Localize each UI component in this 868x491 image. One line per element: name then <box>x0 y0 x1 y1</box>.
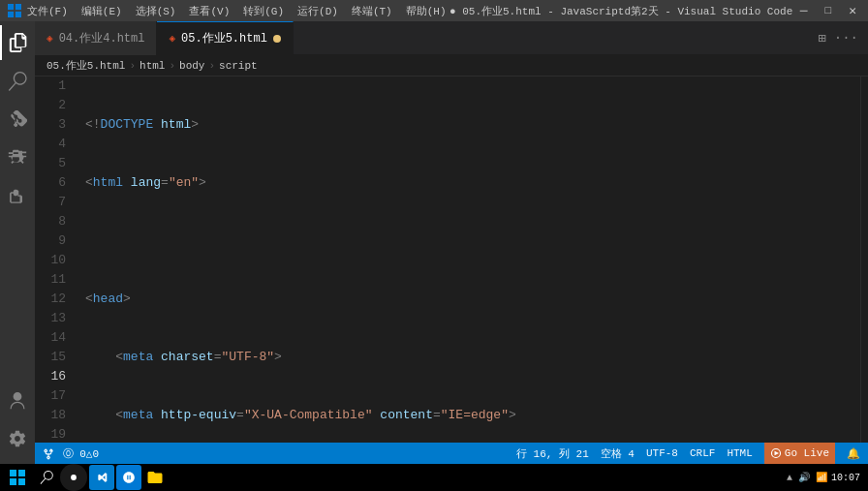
svg-rect-3 <box>16 12 21 17</box>
menu-terminal[interactable]: 终端(T) <box>352 4 392 18</box>
maximize-button[interactable]: □ <box>822 5 836 16</box>
line-2: <html lang="en"> <box>81 173 860 193</box>
status-bar: ⓪ 0△0 行 16, 列 21 空格 4 UTF-8 CRLF HTML Go… <box>35 443 868 464</box>
menu-run[interactable]: 运行(D) <box>297 4 338 18</box>
line-1: <!DOCTYPE html> <box>81 115 860 135</box>
svg-rect-6 <box>10 470 16 476</box>
line-5: <meta charset="UTF-8"> <box>81 348 860 367</box>
extensions-icon <box>8 188 27 207</box>
split-editor-button[interactable]: ⊞ <box>816 28 827 48</box>
svg-rect-7 <box>18 470 25 476</box>
line-4: <head> <box>81 290 860 309</box>
menu-select[interactable]: 选择(S) <box>136 4 176 18</box>
taskbar-search[interactable] <box>35 466 58 489</box>
git-icon <box>8 110 27 130</box>
menu-bar: 文件(F) 编辑(E) 选择(S) 查看(V) 转到(G) 运行(D) 终端(T… <box>27 4 447 18</box>
line-3 <box>81 231 860 251</box>
git-branch-status[interactable]: ⓪ 0△0 <box>43 446 99 461</box>
taskbar: ▲ 🔊 📶 10:07 <box>0 464 868 491</box>
encoding-status[interactable]: UTF-8 <box>646 447 678 459</box>
tray-icons: ▲ 🔊 📶 <box>787 472 827 483</box>
close-button[interactable]: ✕ <box>845 3 860 18</box>
taskbar-cortana[interactable] <box>60 464 87 491</box>
breadcrumb-html[interactable]: html <box>140 60 165 72</box>
start-button[interactable] <box>4 464 31 491</box>
tab-file2[interactable]: ◈ 05.作业5.html <box>157 21 293 55</box>
window-controls: ─ □ ✕ <box>796 3 860 18</box>
svg-rect-2 <box>8 12 14 17</box>
go-live-button[interactable]: Go Live <box>764 443 835 464</box>
menu-edit[interactable]: 编辑(E) <box>81 4 122 18</box>
svg-rect-0 <box>8 4 14 10</box>
tab-file1[interactable]: ◈ 04.作业4.html <box>35 21 157 55</box>
menu-file[interactable]: 文件(F) <box>27 4 68 18</box>
editor-area: ◈ 04.作业4.html ◈ 05.作业5.html ⊞ ··· 05.作业5… <box>35 21 868 464</box>
line-6: <meta http-equiv="X-UA-Compatible" conte… <box>81 406 860 425</box>
taskbar-vscode[interactable] <box>89 465 114 490</box>
line-ending-status[interactable]: CRLF <box>690 447 715 459</box>
app-icon <box>8 4 21 17</box>
account-icon <box>8 390 27 410</box>
activity-account[interactable] <box>0 383 35 417</box>
more-actions-button[interactable]: ··· <box>832 28 860 48</box>
activity-bar <box>0 21 35 464</box>
breadcrumb: 05.作业5.html › html › body › script <box>35 55 868 77</box>
line-numbers: 1 2 3 4 5 6 7 8 9 10 11 12 13 14 15 16 1… <box>35 77 81 443</box>
error-count: ⓪ 0△0 <box>63 448 99 460</box>
bell-icon[interactable]: 🔔 <box>847 447 860 460</box>
minimize-button[interactable]: ─ <box>796 4 812 18</box>
activity-settings[interactable] <box>0 421 35 456</box>
activity-git[interactable] <box>0 103 35 138</box>
tab-label-1: 04.作业4.html <box>59 30 145 46</box>
breadcrumb-file[interactable]: 05.作业5.html <box>46 58 125 73</box>
menu-view[interactable]: 查看(V) <box>189 4 230 18</box>
tab-actions: ⊞ ··· <box>816 28 868 48</box>
title-bar-left: 文件(F) 编辑(E) 选择(S) 查看(V) 转到(G) 运行(D) 终端(T… <box>8 4 447 18</box>
taskbar-pinned-apps <box>35 464 167 491</box>
taskbar-tray: ▲ 🔊 📶 10:07 <box>787 472 864 483</box>
unsaved-dot <box>273 35 281 43</box>
tab-label-2: 05.作业5.html <box>181 30 267 46</box>
cursor-position[interactable]: 行 16, 列 21 <box>516 446 589 461</box>
taskbar-explorer-app[interactable] <box>143 466 167 489</box>
explorer-icon <box>9 33 28 52</box>
window-title: ● 05.作业5.html - JavaScriptd第2天 - Visual … <box>447 4 796 18</box>
activity-debug[interactable] <box>0 141 35 176</box>
activity-bottom <box>0 383 35 464</box>
debug-icon <box>8 149 27 169</box>
windows-icon <box>10 470 25 485</box>
breadcrumb-script[interactable]: script <box>219 60 258 72</box>
status-left: ⓪ 0△0 <box>43 446 99 461</box>
main-container: ◈ 04.作业4.html ◈ 05.作业5.html ⊞ ··· 05.作业5… <box>0 21 868 464</box>
minimap <box>860 77 868 443</box>
language-mode[interactable]: HTML <box>727 447 752 459</box>
settings-icon <box>8 429 27 448</box>
activity-explorer[interactable] <box>0 25 35 60</box>
svg-rect-1 <box>16 4 21 10</box>
svg-rect-9 <box>18 478 25 485</box>
tab-bar: ◈ 04.作业4.html ◈ 05.作业5.html ⊞ ··· <box>35 21 868 55</box>
svg-point-10 <box>71 475 77 480</box>
title-bar: 文件(F) 编辑(E) 选择(S) 查看(V) 转到(G) 运行(D) 终端(T… <box>0 0 868 21</box>
search-icon <box>8 72 27 91</box>
svg-rect-8 <box>10 478 16 485</box>
activity-search[interactable] <box>0 64 35 99</box>
code-editor[interactable]: 1 2 3 4 5 6 7 8 9 10 11 12 13 14 15 16 1… <box>35 77 868 443</box>
html-icon-2: ◈ <box>169 32 175 45</box>
taskbar-edge[interactable] <box>116 465 141 490</box>
breadcrumb-body[interactable]: body <box>179 60 204 72</box>
menu-help[interactable]: 帮助(H) <box>406 4 447 18</box>
activity-extensions[interactable] <box>0 180 35 215</box>
taskbar-time: 10:07 <box>831 473 860 483</box>
html-icon: ◈ <box>46 32 53 45</box>
svg-marker-5 <box>774 451 779 456</box>
menu-goto[interactable]: 转到(G) <box>243 4 284 18</box>
indent-status[interactable]: 空格 4 <box>601 446 635 461</box>
code-content[interactable]: <!DOCTYPE html> <html lang="en"> <head> … <box>81 77 860 443</box>
status-right: 行 16, 列 21 空格 4 UTF-8 CRLF HTML Go Live … <box>516 443 860 464</box>
